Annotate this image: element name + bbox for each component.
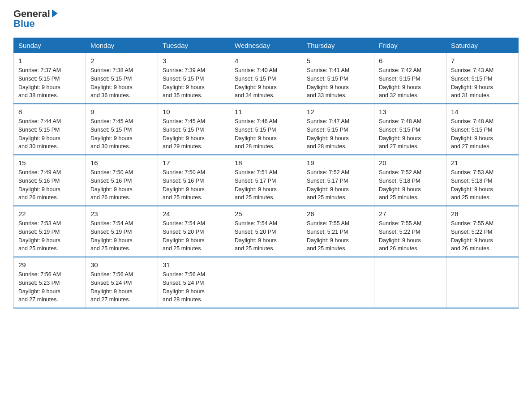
calendar-cell: 20 Sunrise: 7:52 AM Sunset: 5:18 PM Dayl… <box>374 155 446 206</box>
day-info: Sunrise: 7:50 AM Sunset: 5:16 PM Dayligh… <box>163 168 225 202</box>
logo: General Blue <box>13 9 58 29</box>
weekday-monday: Monday <box>86 38 158 53</box>
day-number: 2 <box>90 57 153 64</box>
calendar-cell: 9 Sunrise: 7:45 AM Sunset: 5:15 PM Dayli… <box>86 104 158 155</box>
day-number: 14 <box>451 108 514 116</box>
calendar-cell: 3 Sunrise: 7:39 AM Sunset: 5:15 PM Dayli… <box>158 53 230 104</box>
day-info: Sunrise: 7:55 AM Sunset: 5:22 PM Dayligh… <box>379 219 442 253</box>
day-info: Sunrise: 7:56 AM Sunset: 5:24 PM Dayligh… <box>90 270 153 304</box>
calendar-cell: 15 Sunrise: 7:49 AM Sunset: 5:16 PM Dayl… <box>14 155 86 206</box>
day-info: Sunrise: 7:54 AM Sunset: 5:20 PM Dayligh… <box>235 219 297 253</box>
calendar-cell: 29 Sunrise: 7:56 AM Sunset: 5:23 PM Dayl… <box>14 257 86 308</box>
day-info: Sunrise: 7:37 AM Sunset: 5:15 PM Dayligh… <box>18 66 81 100</box>
calendar-cell: 4 Sunrise: 7:40 AM Sunset: 5:15 PM Dayli… <box>230 53 302 104</box>
day-info: Sunrise: 7:48 AM Sunset: 5:15 PM Dayligh… <box>451 117 514 151</box>
calendar-cell: 25 Sunrise: 7:54 AM Sunset: 5:20 PM Dayl… <box>230 206 302 257</box>
calendar-cell: 13 Sunrise: 7:48 AM Sunset: 5:15 PM Dayl… <box>374 104 446 155</box>
day-info: Sunrise: 7:49 AM Sunset: 5:16 PM Dayligh… <box>18 168 81 202</box>
day-info: Sunrise: 7:45 AM Sunset: 5:15 PM Dayligh… <box>163 117 225 151</box>
calendar-cell: 10 Sunrise: 7:45 AM Sunset: 5:15 PM Dayl… <box>158 104 230 155</box>
calendar-cell: 30 Sunrise: 7:56 AM Sunset: 5:24 PM Dayl… <box>86 257 158 308</box>
week-row-5: 29 Sunrise: 7:56 AM Sunset: 5:23 PM Dayl… <box>14 257 519 308</box>
day-number: 21 <box>451 159 514 167</box>
day-info: Sunrise: 7:43 AM Sunset: 5:15 PM Dayligh… <box>451 66 514 100</box>
day-number: 10 <box>163 108 225 116</box>
calendar-cell: 16 Sunrise: 7:50 AM Sunset: 5:16 PM Dayl… <box>86 155 158 206</box>
page-header: General Blue <box>13 9 519 29</box>
day-number: 28 <box>451 210 514 218</box>
day-number: 26 <box>307 210 369 218</box>
day-info: Sunrise: 7:52 AM Sunset: 5:18 PM Dayligh… <box>379 168 442 202</box>
day-info: Sunrise: 7:44 AM Sunset: 5:15 PM Dayligh… <box>18 117 81 151</box>
weekday-sunday: Sunday <box>14 38 86 53</box>
week-row-2: 8 Sunrise: 7:44 AM Sunset: 5:15 PM Dayli… <box>14 104 519 155</box>
day-number: 4 <box>235 57 297 64</box>
day-number: 27 <box>379 210 442 218</box>
calendar-cell <box>446 257 519 308</box>
day-number: 25 <box>235 210 297 218</box>
day-number: 1 <box>18 57 81 64</box>
weekday-tuesday: Tuesday <box>158 38 230 53</box>
day-info: Sunrise: 7:56 AM Sunset: 5:24 PM Dayligh… <box>163 270 225 304</box>
calendar-cell: 17 Sunrise: 7:50 AM Sunset: 5:16 PM Dayl… <box>158 155 230 206</box>
logo-text-blue: Blue <box>13 18 35 29</box>
day-number: 31 <box>163 261 225 269</box>
calendar-body: 1 Sunrise: 7:37 AM Sunset: 5:15 PM Dayli… <box>14 53 519 308</box>
calendar-cell: 22 Sunrise: 7:53 AM Sunset: 5:19 PM Dayl… <box>14 206 86 257</box>
calendar-cell <box>374 257 446 308</box>
day-number: 18 <box>235 159 297 167</box>
day-number: 23 <box>90 210 153 218</box>
day-info: Sunrise: 7:55 AM Sunset: 5:21 PM Dayligh… <box>307 219 369 253</box>
weekday-thursday: Thursday <box>302 38 374 53</box>
day-number: 5 <box>307 57 369 64</box>
week-row-3: 15 Sunrise: 7:49 AM Sunset: 5:16 PM Dayl… <box>14 155 519 206</box>
calendar-cell: 24 Sunrise: 7:54 AM Sunset: 5:20 PM Dayl… <box>158 206 230 257</box>
calendar-cell: 7 Sunrise: 7:43 AM Sunset: 5:15 PM Dayli… <box>446 53 519 104</box>
day-number: 16 <box>90 159 153 167</box>
calendar-cell: 2 Sunrise: 7:38 AM Sunset: 5:15 PM Dayli… <box>86 53 158 104</box>
calendar-cell: 23 Sunrise: 7:54 AM Sunset: 5:19 PM Dayl… <box>86 206 158 257</box>
week-row-1: 1 Sunrise: 7:37 AM Sunset: 5:15 PM Dayli… <box>14 53 519 104</box>
day-info: Sunrise: 7:42 AM Sunset: 5:15 PM Dayligh… <box>379 66 442 100</box>
day-info: Sunrise: 7:56 AM Sunset: 5:23 PM Dayligh… <box>18 270 81 304</box>
day-info: Sunrise: 7:54 AM Sunset: 5:20 PM Dayligh… <box>163 219 225 253</box>
day-number: 12 <box>307 108 369 116</box>
calendar-cell <box>302 257 374 308</box>
day-info: Sunrise: 7:38 AM Sunset: 5:15 PM Dayligh… <box>90 66 153 100</box>
day-number: 24 <box>163 210 225 218</box>
day-info: Sunrise: 7:51 AM Sunset: 5:17 PM Dayligh… <box>235 168 297 202</box>
day-number: 8 <box>18 108 81 116</box>
calendar-cell: 12 Sunrise: 7:47 AM Sunset: 5:15 PM Dayl… <box>302 104 374 155</box>
day-info: Sunrise: 7:46 AM Sunset: 5:15 PM Dayligh… <box>235 117 297 151</box>
day-info: Sunrise: 7:54 AM Sunset: 5:19 PM Dayligh… <box>90 219 153 253</box>
weekday-wednesday: Wednesday <box>230 38 302 53</box>
day-number: 19 <box>307 159 369 167</box>
calendar-cell: 6 Sunrise: 7:42 AM Sunset: 5:15 PM Dayli… <box>374 53 446 104</box>
day-info: Sunrise: 7:55 AM Sunset: 5:22 PM Dayligh… <box>451 219 514 253</box>
calendar-cell: 21 Sunrise: 7:53 AM Sunset: 5:18 PM Dayl… <box>446 155 519 206</box>
weekday-saturday: Saturday <box>446 38 519 53</box>
day-number: 22 <box>18 210 81 218</box>
day-info: Sunrise: 7:48 AM Sunset: 5:15 PM Dayligh… <box>379 117 442 151</box>
day-info: Sunrise: 7:39 AM Sunset: 5:15 PM Dayligh… <box>163 66 225 100</box>
day-number: 17 <box>163 159 225 167</box>
weekday-friday: Friday <box>374 38 446 53</box>
calendar-cell: 14 Sunrise: 7:48 AM Sunset: 5:15 PM Dayl… <box>446 104 519 155</box>
calendar-cell: 1 Sunrise: 7:37 AM Sunset: 5:15 PM Dayli… <box>14 53 86 104</box>
day-number: 15 <box>18 159 81 167</box>
day-info: Sunrise: 7:53 AM Sunset: 5:19 PM Dayligh… <box>18 219 81 253</box>
day-number: 7 <box>451 57 514 64</box>
day-info: Sunrise: 7:47 AM Sunset: 5:15 PM Dayligh… <box>307 117 369 151</box>
day-number: 6 <box>379 57 442 64</box>
day-number: 3 <box>163 57 225 64</box>
day-info: Sunrise: 7:41 AM Sunset: 5:15 PM Dayligh… <box>307 66 369 100</box>
calendar-cell: 8 Sunrise: 7:44 AM Sunset: 5:15 PM Dayli… <box>14 104 86 155</box>
day-number: 30 <box>90 261 153 269</box>
logo-arrow-icon <box>52 9 58 17</box>
day-number: 20 <box>379 159 442 167</box>
day-number: 13 <box>379 108 442 116</box>
day-number: 9 <box>90 108 153 116</box>
day-info: Sunrise: 7:53 AM Sunset: 5:18 PM Dayligh… <box>451 168 514 202</box>
day-number: 29 <box>18 261 81 269</box>
calendar-cell: 5 Sunrise: 7:41 AM Sunset: 5:15 PM Dayli… <box>302 53 374 104</box>
